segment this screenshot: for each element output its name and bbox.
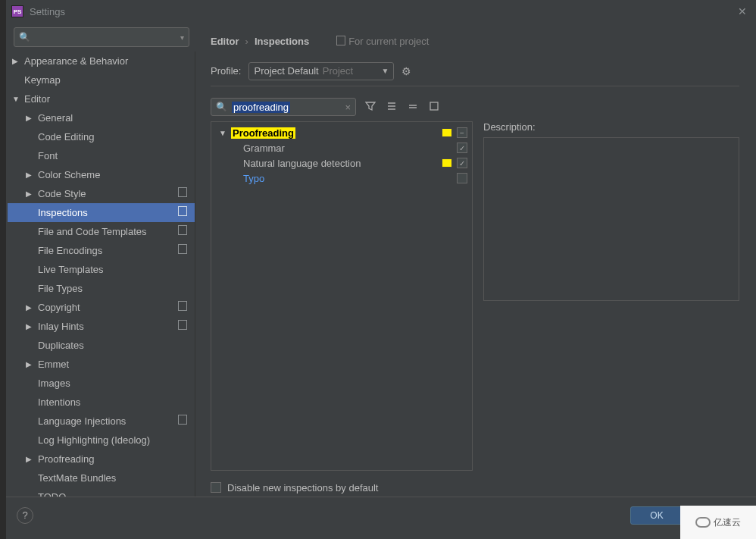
profile-label: Profile: — [211, 65, 241, 77]
sidebar-item-inspections[interactable]: Inspections — [8, 203, 195, 222]
crumb-inspections: Inspections — [255, 36, 309, 47]
sidebar-item-label: Emmet — [38, 359, 69, 370]
description-column: Description: — [483, 121, 739, 471]
close-icon[interactable]: ✕ — [735, 5, 750, 17]
sidebar-item-appearance-behavior[interactable]: ▶Appearance & Behavior — [8, 52, 195, 71]
ok-button[interactable]: OK — [630, 506, 683, 525]
inspection-search-value: proofreading — [232, 102, 290, 113]
project-scope-icon — [180, 302, 187, 312]
sidebar-item-keymap[interactable]: Keymap — [8, 71, 195, 89]
sidebar-item-todo[interactable]: TODO — [8, 487, 195, 497]
sidebar-item-color-scheme[interactable]: ▶Color Scheme — [8, 165, 195, 184]
profile-scope: Project — [323, 65, 353, 77]
severity-indicator[interactable] — [442, 143, 452, 152]
sidebar-item-emmet[interactable]: ▶Emmet — [8, 355, 195, 374]
sidebar-item-label: Proofreading — [38, 453, 94, 465]
reset-icon[interactable] — [427, 102, 441, 113]
sidebar-item-log-highlighting-ideolog-[interactable]: Log Highlighting (Ideolog) — [8, 431, 195, 450]
inspection-group-proofreading[interactable]: ▼Proofreading — [211, 125, 472, 140]
project-scope-icon — [180, 416, 187, 426]
severity-indicator[interactable] — [442, 174, 452, 183]
inspections-tree[interactable]: ▼ProofreadingGrammarNatural language det… — [211, 121, 473, 471]
breadcrumb-sep: › — [245, 36, 248, 47]
profile-combo[interactable]: Project Default Project ▼ — [248, 62, 394, 80]
expand-arrow-icon[interactable]: ▶ — [26, 303, 35, 312]
settings-search[interactable]: 🔍 ▾ — [14, 27, 189, 47]
sidebar-item-intentions[interactable]: Intentions — [8, 393, 195, 412]
sidebar-item-label: Appearance & Behavior — [24, 55, 128, 67]
expand-arrow-icon[interactable]: ▶ — [12, 57, 21, 65]
project-scope-icon — [180, 321, 187, 331]
sidebar-item-proofreading[interactable]: ▶Proofreading — [8, 450, 195, 468]
sidebar-item-label: General — [38, 112, 73, 124]
gear-icon[interactable]: ⚙ — [401, 65, 411, 77]
project-scope-icon — [180, 189, 187, 199]
expand-all-icon[interactable] — [385, 101, 398, 114]
inspection-checkbox[interactable] — [457, 173, 467, 183]
sidebar-item-copyright[interactable]: ▶Copyright — [8, 298, 195, 317]
sidebar-item-file-types[interactable]: File Types — [8, 279, 195, 298]
group-checkbox[interactable] — [457, 127, 467, 138]
sidebar-item-label: Color Scheme — [38, 169, 100, 180]
inspection-item-label: Typo — [243, 173, 264, 184]
sidebar-item-font[interactable]: Font — [8, 146, 195, 165]
content-pane: Editor › Inspections For current project… — [195, 23, 756, 497]
description-box — [483, 137, 739, 301]
severity-indicator[interactable] — [442, 158, 452, 168]
settings-search-input[interactable] — [33, 32, 180, 42]
sidebar-item-label: Keymap — [24, 74, 61, 86]
sidebar-item-live-templates[interactable]: Live Templates — [8, 260, 195, 279]
collapse-all-icon[interactable] — [406, 101, 420, 114]
sidebar-item-code-editing[interactable]: Code Editing — [8, 127, 195, 146]
sidebar-item-editor[interactable]: ▼Editor — [8, 89, 195, 108]
app-icon: PS — [11, 5, 23, 17]
sidebar-item-label: Language Injections — [38, 415, 126, 427]
expand-arrow-icon[interactable]: ▶ — [26, 360, 35, 368]
expand-arrow-icon[interactable]: ▼ — [12, 95, 21, 103]
sidebar-item-label: TextMate Bundles — [38, 472, 116, 484]
sidebar-item-label: Code Editing — [38, 131, 94, 143]
edge-decoration — [0, 0, 6, 539]
sidebar-item-inlay-hints[interactable]: ▶Inlay Hints — [8, 317, 195, 336]
inspection-checkbox[interactable] — [457, 158, 467, 168]
sidebar-item-label: Code Style — [38, 188, 86, 199]
inspection-item-typo[interactable]: Typo — [211, 171, 472, 186]
expand-arrow-icon[interactable]: ▶ — [26, 114, 35, 122]
sidebar-item-textmate-bundles[interactable]: TextMate Bundles — [8, 468, 195, 487]
expand-arrow-icon[interactable]: ▶ — [26, 322, 35, 331]
clear-icon[interactable]: × — [345, 102, 351, 113]
project-scope-hint: For current project — [338, 36, 429, 47]
expand-arrow-icon[interactable]: ▼ — [219, 129, 228, 137]
project-scope-icon — [180, 246, 187, 255]
sidebar-item-duplicates[interactable]: Duplicates — [8, 336, 195, 355]
expand-arrow-icon[interactable]: ▶ — [26, 455, 35, 463]
sidebar-item-general[interactable]: ▶General — [8, 108, 195, 127]
filter-icon[interactable] — [364, 101, 377, 114]
sidebar-item-images[interactable]: Images — [8, 374, 195, 393]
inspection-item-grammar[interactable]: Grammar — [211, 140, 472, 155]
severity-indicator[interactable] — [442, 128, 452, 137]
sidebar-item-file-encodings[interactable]: File Encodings — [8, 241, 195, 260]
inspection-search[interactable]: 🔍 proofreading × — [211, 98, 356, 116]
disable-label: Disable new inspections by default — [227, 482, 378, 494]
chevron-down-icon[interactable]: ▾ — [180, 33, 184, 42]
disable-checkbox[interactable] — [211, 482, 221, 493]
breadcrumb: Editor › Inspections For current project — [211, 30, 739, 52]
help-button[interactable]: ? — [17, 507, 33, 524]
sidebar-item-code-style[interactable]: ▶Code Style — [8, 184, 195, 203]
sidebar-item-file-and-code-templates[interactable]: File and Code Templates — [8, 222, 195, 241]
sidebar-item-label: Log Highlighting (Ideolog) — [38, 434, 150, 446]
inspection-item-natural-language-detection[interactable]: Natural language detection — [211, 155, 472, 171]
expand-arrow-icon[interactable]: ▶ — [26, 171, 35, 179]
crumb-editor[interactable]: Editor — [211, 36, 239, 47]
sidebar-item-label: TODO — [38, 491, 66, 497]
settings-tree[interactable]: ▶Appearance & BehaviorKeymap▼Editor▶Gene… — [8, 52, 195, 497]
expand-arrow-icon[interactable]: ▶ — [26, 190, 35, 198]
footer: ? OK Cancel — [0, 497, 756, 533]
sidebar-item-label: File Encodings — [38, 245, 102, 256]
watermark: 亿速云 — [680, 506, 756, 539]
sidebar-item-label: File and Code Templates — [38, 226, 147, 237]
sidebar-item-label: Intentions — [38, 396, 80, 408]
sidebar-item-language-injections[interactable]: Language Injections — [8, 412, 195, 431]
inspection-checkbox[interactable] — [457, 143, 467, 153]
